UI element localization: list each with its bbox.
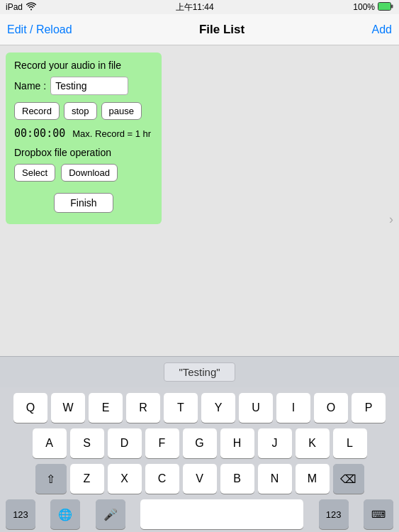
key-r[interactable]: R xyxy=(126,393,160,423)
key-o[interactable]: O xyxy=(314,393,348,423)
key-k[interactable]: K xyxy=(296,428,330,458)
autocomplete-bar: "Testing" xyxy=(0,356,399,387)
key-g[interactable]: G xyxy=(183,428,217,458)
globe-key[interactable]: 🌐 xyxy=(50,499,80,529)
status-left: iPad xyxy=(6,2,36,13)
name-input[interactable] xyxy=(50,77,128,95)
max-record-label: Max. Record = 1 hr xyxy=(72,128,151,139)
battery-percent: 100% xyxy=(353,2,375,12)
record-panel-title: Record your audio in file xyxy=(14,60,153,71)
dropbox-btn-row: Select Download xyxy=(14,164,153,182)
key-n[interactable]: N xyxy=(258,464,292,494)
key-row-4: 123 🌐 🎤 123 ⌨ xyxy=(3,499,396,529)
stop-button[interactable]: stop xyxy=(64,102,97,120)
name-row: Name : xyxy=(14,77,153,95)
key-z[interactable]: Z xyxy=(70,464,104,494)
key-s[interactable]: S xyxy=(70,428,104,458)
key-d[interactable]: D xyxy=(108,428,142,458)
main-content: Record your audio in file Name : Record … xyxy=(0,45,399,393)
status-bar: iPad 上午11:44 100% xyxy=(0,0,399,14)
dropbox-label: Dropbox file operation xyxy=(14,147,153,158)
finish-button[interactable]: Finish xyxy=(54,193,113,213)
edit-reload-button[interactable]: Edit / Reload xyxy=(7,23,72,36)
key-b[interactable]: B xyxy=(220,464,254,494)
list-arrow-icon: › xyxy=(389,212,393,227)
svg-rect-2 xyxy=(391,4,393,8)
key-y[interactable]: Y xyxy=(201,393,235,423)
key-row-2: A S D F G H J K L xyxy=(3,428,396,458)
key-f[interactable]: F xyxy=(145,428,179,458)
space-key[interactable] xyxy=(140,499,303,529)
key-q[interactable]: Q xyxy=(13,393,47,423)
key-t[interactable]: T xyxy=(164,393,198,423)
wifi-icon xyxy=(26,2,36,13)
status-right: 100% xyxy=(353,2,393,13)
keyboard-dismiss-key[interactable]: ⌨ xyxy=(364,499,393,529)
finish-row: Finish xyxy=(14,193,153,213)
key-j[interactable]: J xyxy=(258,428,292,458)
key-a[interactable]: A xyxy=(33,428,67,458)
record-panel: Record your audio in file Name : Record … xyxy=(6,52,162,224)
key-x[interactable]: X xyxy=(108,464,142,494)
num-key[interactable]: 123 xyxy=(6,499,35,529)
status-time: 上午11:44 xyxy=(176,1,214,13)
key-e[interactable]: E xyxy=(89,393,123,423)
mic-key[interactable]: 🎤 xyxy=(96,499,125,529)
pause-button[interactable]: pause xyxy=(101,102,142,120)
nav-title: File List xyxy=(199,23,245,37)
key-u[interactable]: U xyxy=(239,393,273,423)
timer-row: 00:00:00 Max. Record = 1 hr xyxy=(14,127,153,140)
nav-bar: Edit / Reload File List Add xyxy=(0,14,399,45)
download-button[interactable]: Download xyxy=(61,164,118,182)
keyboard-rows: Q W E R T Y U I O P A S D F G H J K L ⇧ … xyxy=(0,387,399,532)
key-l[interactable]: L xyxy=(333,428,367,458)
record-button[interactable]: Record xyxy=(14,102,60,120)
key-p[interactable]: P xyxy=(352,393,386,423)
select-button[interactable]: Select xyxy=(14,164,55,182)
num-key-right[interactable]: 123 xyxy=(319,499,349,529)
svg-rect-1 xyxy=(378,3,390,10)
backspace-key[interactable]: ⌫ xyxy=(333,464,364,494)
key-row-3: ⇧ Z X C V B N M ⌫ xyxy=(3,464,396,494)
add-button[interactable]: Add xyxy=(372,23,392,36)
key-c[interactable]: C xyxy=(145,464,179,494)
keyboard-area: "Testing" Q W E R T Y U I O P A S D F G … xyxy=(0,356,399,532)
key-m[interactable]: M xyxy=(296,464,330,494)
key-w[interactable]: W xyxy=(51,393,85,423)
shift-key[interactable]: ⇧ xyxy=(35,464,67,494)
key-v[interactable]: V xyxy=(183,464,217,494)
key-row-1: Q W E R T Y U I O P xyxy=(3,393,396,423)
btn-row: Record stop pause xyxy=(14,102,153,120)
autocomplete-suggestion[interactable]: "Testing" xyxy=(164,362,235,382)
name-label: Name : xyxy=(14,80,46,92)
battery-icon xyxy=(378,2,393,13)
timer-display: 00:00:00 xyxy=(14,127,65,140)
key-i[interactable]: I xyxy=(276,393,310,423)
key-h[interactable]: H xyxy=(220,428,254,458)
device-label: iPad xyxy=(6,2,23,12)
